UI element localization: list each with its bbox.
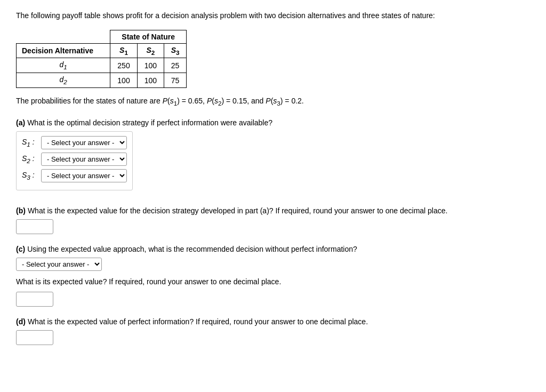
payoff-table: State of Nature Decision Alternative S1 … — [16, 30, 187, 88]
row-d2-s3: 75 — [164, 73, 187, 88]
row-d2-label: d2 — [17, 73, 110, 88]
part-b-label: (b) — [16, 206, 26, 215]
part-a-question: What is the optimal decision strategy if… — [27, 118, 272, 127]
part-b: (b) What is the expected value for the d… — [16, 206, 530, 234]
part-d-question: What is the expected value of perfect in… — [28, 317, 368, 326]
part-b-input[interactable] — [16, 219, 53, 234]
part-c: (c) Using the expected value approach, w… — [16, 245, 530, 307]
part-c-answer-select[interactable]: - Select your answer - d1 d2 — [16, 258, 102, 271]
intro-text: The following payoff table shows profit … — [16, 11, 530, 21]
part-c-label: (c) — [16, 245, 25, 253]
s2-answer-select[interactable]: - Select your answer - d1 d2 — [41, 153, 127, 166]
row-d1-label: d1 — [17, 58, 110, 73]
s2-select-label: S2 : — [22, 154, 38, 164]
part-c-sub-question: What is its expected value? If required,… — [16, 276, 530, 287]
part-a: (a) What is the optimal decision strateg… — [16, 118, 530, 196]
row-d1-s1: 250 — [110, 58, 137, 73]
part-a-select-group: S1 : - Select your answer - d1 d2 S2 : -… — [16, 131, 133, 190]
s1-header: S1 — [110, 43, 137, 58]
s3-select-container: S3 : - Select your answer - d1 d2 — [22, 169, 127, 182]
part-d: (d) What is the expected value of perfec… — [16, 317, 530, 345]
part-c-input[interactable] — [16, 292, 53, 307]
decision-alternative-header: Decision Alternative — [17, 43, 110, 58]
s2-header: S2 — [137, 43, 164, 58]
row-d2-s2: 100 — [137, 73, 164, 88]
part-d-label: (d) — [16, 317, 26, 326]
row-d1-s3: 25 — [164, 58, 187, 73]
part-a-label: (a) — [16, 118, 25, 127]
s2-select-container: S2 : - Select your answer - d1 d2 — [22, 153, 127, 166]
s1-answer-select[interactable]: - Select your answer - d1 d2 — [41, 136, 127, 149]
part-c-question: Using the expected value approach, what … — [27, 245, 357, 253]
row-d2-s1: 100 — [110, 73, 137, 88]
part-b-question: What is the expected value for the decis… — [28, 206, 448, 215]
s3-answer-select[interactable]: - Select your answer - d1 d2 — [41, 169, 127, 182]
s3-header: S3 — [164, 43, 187, 58]
row-d1-s2: 100 — [137, 58, 164, 73]
s3-select-label: S3 : — [22, 171, 38, 181]
part-d-input[interactable] — [16, 330, 53, 345]
probabilities-text: The probabilities for the states of natu… — [16, 95, 530, 108]
s1-select-container: S1 : - Select your answer - d1 d2 — [22, 136, 127, 149]
state-of-nature-header: State of Nature — [110, 30, 187, 43]
s1-select-label: S1 : — [22, 138, 38, 148]
